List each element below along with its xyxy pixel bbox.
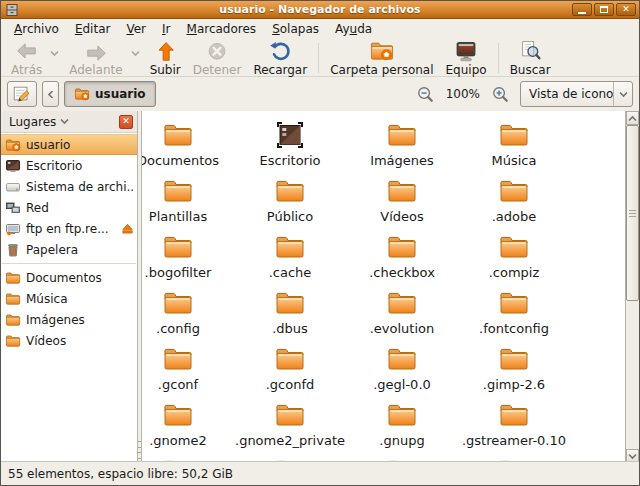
file-item--cache[interactable]: .cache [235,231,345,280]
menu-archivo[interactable]: Archivo [6,20,67,38]
file-item--fontconfig[interactable]: .fontconfig [459,287,569,336]
file-item--evolution[interactable]: .evolution [347,287,457,336]
file-item--adobe[interactable]: .adobe [459,175,569,224]
sidebar-item-sistema-de-archi[interactable]: Sistema de archi... [1,176,137,197]
eject-button[interactable] [121,222,134,235]
file-item--gegl-0-0[interactable]: .gegl-0.0 [347,343,457,392]
file-item-v-deos[interactable]: Vídeos [347,175,457,224]
sidebar-item-im-genes[interactable]: Imágenes [1,309,137,330]
sidebar-close-button[interactable]: ✕ [119,115,133,129]
scroll-up-button[interactable] [626,111,639,125]
file-item--gnome2-private[interactable]: .gnome2_private [235,399,345,448]
file-item-plantillas[interactable]: Plantillas [141,175,233,224]
sidebar-item-red[interactable]: Red [1,197,137,218]
path-button-usuario[interactable]: usuario [64,81,156,107]
file-item-im-genes[interactable]: Imágenes [347,119,457,168]
icon-view: Documentos Escritorio Imágenes Música Pl… [141,111,625,463]
file-item-documentos[interactable]: Documentos [141,119,233,168]
file-item--gconfd[interactable]: .gconfd [235,343,345,392]
desktop-icon [5,158,21,174]
edit-note-icon [12,84,32,104]
file-item--gnome2[interactable]: .gnome2 [141,399,233,448]
file-item--config[interactable]: .config [141,287,233,336]
folder-icon [386,287,418,319]
desktop-icon [274,119,306,151]
sidebar-item-escritorio[interactable]: Escritorio [1,155,137,176]
folder-icon [498,343,530,375]
toolbar-button-search-document[interactable]: Buscar [504,41,557,78]
view-mode-select[interactable]: Vista de icono [520,81,633,107]
folder-icon [274,287,306,319]
stop-icon [205,42,229,64]
sidebar-item-v-deos[interactable]: Vídeos [1,330,137,351]
minimize-icon [578,12,586,14]
folder-icon [386,399,418,431]
file-item--gconf[interactable]: .gconf [141,343,233,392]
sidebar-item-documentos[interactable]: Documentos [1,267,137,288]
sidebar-item-m-sica[interactable]: Música [1,288,137,309]
window-title: usuario - Navegador de archivos [1,3,639,16]
toolbar-button-forward-arrow: Adelante [63,41,128,78]
sidebar-item-usuario[interactable]: usuario [1,134,137,155]
chevron-down-icon [628,453,637,460]
file-item--gimp-2-6[interactable]: .gimp-2.6 [459,343,569,392]
folder-icon [498,231,530,263]
menu-ver[interactable]: Ver [118,20,154,38]
close-button[interactable]: ✕ [616,3,636,16]
chevron-up-icon [628,115,637,122]
trash-icon [5,242,21,258]
maximize-button[interactable] [594,3,614,16]
folder-icon [5,270,21,286]
path-button-label: usuario [95,87,146,101]
window-icon [5,3,19,17]
search-document-icon [517,42,543,64]
folder-icon [386,175,418,207]
toolbar-button-computer[interactable]: Equipo [440,41,493,78]
menu-ayuda[interactable]: Ayuda [327,20,380,38]
folder-icon [274,343,306,375]
toolbar-button-reload[interactable]: Recargar [247,41,313,78]
titlebar: usuario - Navegador de archivos ✕ [1,1,639,19]
file-item--bogofilter[interactable]: .bogofilter [141,231,233,280]
file-item-p-blico[interactable]: Público [235,175,345,224]
toolbar-button-home-folder[interactable]: Carpeta personal [324,41,439,78]
statusbar: 55 elementos, espacio libre: 50,2 GiB [1,461,639,485]
file-item--checkbox[interactable]: .checkbox [347,231,457,280]
zoom-in-button[interactable] [489,82,511,106]
menu-ir[interactable]: Ir [154,20,178,38]
menu-marcadores[interactable]: Marcadores [179,20,265,38]
folder-icon [5,291,21,307]
chevron-down-icon[interactable] [60,118,69,125]
path-scroll-left-button[interactable] [42,81,59,107]
file-item-escritorio[interactable]: Escritorio [235,119,345,168]
toolbar-button-stop: Detener [187,41,248,78]
minimize-button[interactable] [572,3,592,16]
location-bar: usuario 100% Vista de icono [1,77,639,111]
toolbar: Atrás Adelante Subir Detener Recargar Ca… [1,39,639,77]
file-item--dbus[interactable]: .dbus [235,287,345,336]
file-item--compiz[interactable]: .compiz [459,231,569,280]
folder-icon [162,119,194,151]
zoom-out-button[interactable] [415,82,437,106]
remote-icon [5,221,21,237]
toolbar-button-back-arrow: Atrás [5,41,48,78]
menu-editar[interactable]: Editar [67,20,119,38]
chevron-down-icon [613,82,632,106]
file-item--gnupg[interactable]: .gnupg [347,399,457,448]
edit-location-button[interactable] [7,81,37,107]
computer-icon [453,42,479,64]
home-folder-icon [5,137,21,153]
folder-icon [498,287,530,319]
file-item-m-sica[interactable]: Música [459,119,569,168]
file-item--gstreamer-0-10[interactable]: .gstreamer-0.10 [459,399,569,448]
vertical-scrollbar[interactable] [625,111,639,463]
sidebar-item-ftp-en-ftp-re[interactable]: ftp en ftp.re... [1,218,137,239]
history-dropdown-chevron [48,41,61,65]
scrollbar-thumb[interactable] [626,125,639,301]
menu-solapas[interactable]: Solapas [264,20,327,38]
toolbar-button-up-arrow[interactable]: Subir [144,41,187,78]
sidebar-pane-select[interactable]: Lugares [5,115,60,129]
back-arrow-icon [15,42,39,64]
sidebar-item-papelera[interactable]: Papelera [1,239,137,260]
folder-icon [5,333,21,349]
